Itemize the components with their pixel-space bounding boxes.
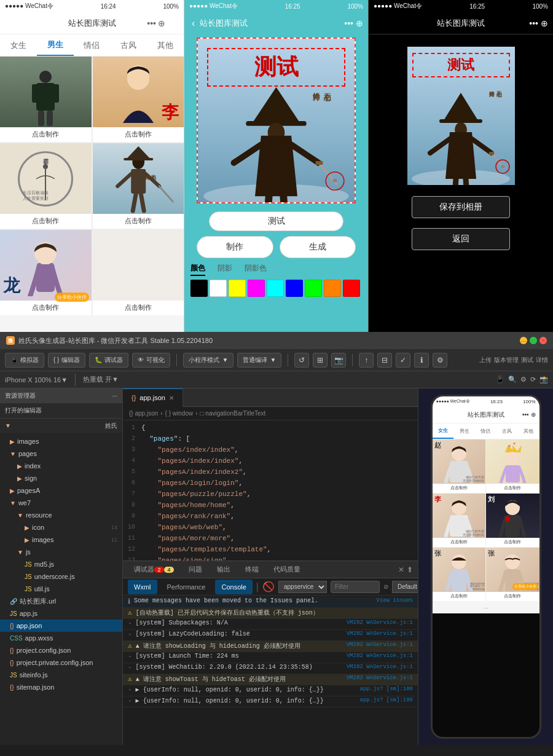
swatch-cyan[interactable] <box>267 280 284 297</box>
inner-item-1[interactable]: 赵 做自己的天使无需寻觅他的光 点击制作 <box>433 439 486 493</box>
test-btn[interactable]: ✓ <box>396 353 410 368</box>
file-images-1[interactable]: ▶ images <box>0 435 122 447</box>
inner-tab-other[interactable]: 其他 <box>518 423 539 439</box>
grid-item-3[interactable]: 霸 生活百般滋味人生需要笑对 点击制作 <box>0 143 92 229</box>
menu-icon[interactable]: ••• <box>147 18 156 28</box>
back-arrow-icon[interactable]: ‹ <box>192 18 195 29</box>
file-pagesA[interactable]: ▶ pagesA <box>0 484 122 497</box>
terminal-tab[interactable]: 终端 <box>239 562 265 577</box>
inner-tab-female[interactable]: 女生 <box>433 423 454 439</box>
swatch-yellow[interactable] <box>229 280 246 297</box>
file-url[interactable]: 🔗 站长图库.url <box>0 595 122 607</box>
issues-tab[interactable]: 问题 <box>182 562 208 577</box>
inner-item-6[interactable]: 张 做自己的天使努力成为一个强悍的女孩 点击制作 分享给小伙伴 <box>486 548 539 601</box>
phone-icon[interactable]: 📱 <box>496 376 504 384</box>
filter-input[interactable] <box>331 581 380 593</box>
simulator-btn[interactable]: 📱 模拟器 <box>5 353 44 368</box>
file-underscore[interactable]: JS underscore.js <box>0 570 122 583</box>
color-tab-color[interactable]: 颜色 <box>190 263 205 276</box>
file-appjson[interactable]: {} app.json <box>0 620 122 632</box>
console-expand-icon[interactable]: ⬆ <box>407 565 413 574</box>
file-appwxss[interactable]: CSS app.wxss <box>0 632 122 644</box>
console-clear-btn[interactable]: ⊘ <box>383 583 388 590</box>
file-icon[interactable]: ▶ icon 14 <box>0 521 122 534</box>
preview-btn[interactable]: ⊞ <box>313 353 327 368</box>
tab-female[interactable]: 女生 <box>0 34 37 56</box>
scan-icon[interactable]: ⊕ <box>158 18 165 28</box>
hotreload-toggle[interactable]: 热重载 开▼ <box>83 375 119 384</box>
performance-tab[interactable]: Performance <box>161 580 212 594</box>
compile-dropdown[interactable]: 普通编译 ▼ <box>237 353 281 368</box>
file-sitemap[interactable]: {} sitemap.json <box>0 681 122 693</box>
tab-couple[interactable]: 情侣 <box>74 34 111 56</box>
add-file-icon[interactable]: ··· <box>112 393 117 400</box>
mode-dropdown[interactable]: 小程序模式 ▼ <box>183 353 233 368</box>
make-button[interactable]: 制作 <box>197 236 273 258</box>
search-icon[interactable]: 🔍 <box>508 376 517 384</box>
grid-item-4[interactable]: 方得始终 不忘初心 点击制作 <box>93 143 184 229</box>
inner-item-4[interactable]: 刘 点击制作 <box>486 494 539 547</box>
share-badge-5[interactable]: 分享给小伙伴 <box>55 293 89 302</box>
device-selector[interactable]: iPhone X 100% 16▼ <box>5 376 68 384</box>
file-images-2[interactable]: ▶ images 11 <box>0 534 122 546</box>
file-project-config[interactable]: {} project.config.json <box>0 644 122 656</box>
root-folder[interactable]: ▼ 姓氏 <box>0 418 122 433</box>
tab-appjson[interactable]: {} app.json ✕ <box>123 388 183 407</box>
version-btn[interactable]: ⊟ <box>377 353 392 368</box>
clear-icon[interactable]: 🚫 <box>262 581 275 593</box>
file-we7[interactable]: ▼ we7 <box>0 497 122 509</box>
grid-item-1[interactable]: 点击制作 <box>0 57 92 142</box>
screenshot-btn[interactable]: 📷 <box>331 353 346 368</box>
close-button[interactable]: ✕ <box>539 337 547 344</box>
rotate-icon[interactable]: ⟳ <box>530 376 536 384</box>
file-md5[interactable]: JS md5.js <box>0 558 122 570</box>
right-scan-icon[interactable]: ⊕ <box>541 18 548 28</box>
file-index[interactable]: ▶ index <box>0 460 122 472</box>
grid-item-5[interactable]: 龙 点击制作 分享给小伙伴 <box>0 230 92 315</box>
tab-ancient[interactable]: 古风 <box>110 34 147 56</box>
file-appjs[interactable]: JS app.js <box>0 607 122 620</box>
settings-small-icon[interactable]: ⚙ <box>520 376 527 384</box>
editor-btn[interactable]: { } 编辑器 <box>48 353 85 368</box>
swatch-red[interactable] <box>343 280 360 297</box>
name-input[interactable]: 测试 <box>209 211 343 231</box>
detail-btn[interactable]: ℹ <box>414 353 429 368</box>
right-menu-icon[interactable]: ••• <box>529 18 538 28</box>
code-quality-tab[interactable]: 代码质量 <box>267 562 307 577</box>
swatch-magenta[interactable] <box>248 280 265 297</box>
generate-button[interactable]: 生成 <box>280 236 356 258</box>
file-sign[interactable]: ▶ sign <box>0 472 122 484</box>
file-pages[interactable]: ▼ pages <box>0 447 122 460</box>
inner-tab-male[interactable]: 男生 <box>453 423 475 439</box>
console-main-tab[interactable]: Console <box>215 580 252 594</box>
settings-btn[interactable]: ⚙ <box>433 353 447 368</box>
console-close-icon[interactable]: ✕ <box>398 565 404 574</box>
inner-item-5[interactable]: 张 做自己的天使努力成为一个强悍的女孩 点击制作 <box>433 548 486 601</box>
inner-tab-couple[interactable]: 情侣 <box>475 423 496 439</box>
swatch-blue[interactable] <box>286 280 303 297</box>
appservice-select[interactable]: appservice <box>278 581 327 593</box>
inner-scan-icon[interactable]: ⊕ <box>531 411 536 418</box>
mid-menu-icon[interactable]: ••• <box>344 18 353 28</box>
color-tab-shadow-color[interactable]: 阴影色 <box>245 263 267 276</box>
file-util[interactable]: JS util.js <box>0 583 122 595</box>
upload-btn[interactable]: ↑ <box>359 353 374 368</box>
grid-item-6[interactable]: 点击制作 <box>93 230 184 315</box>
tab-male[interactable]: 男生 <box>37 34 74 56</box>
wxml-tab[interactable]: Wxml <box>128 580 157 594</box>
minimize-button[interactable]: — <box>520 337 527 344</box>
visualize-btn[interactable]: 👁 可视化 <box>132 353 170 368</box>
tab-other[interactable]: 其他 <box>147 34 184 56</box>
maximize-button[interactable]: □ <box>530 337 537 344</box>
debugger-btn[interactable]: 🐛 调试器 <box>89 353 128 368</box>
level-select[interactable]: Default levels ▼ <box>392 581 418 593</box>
inner-item-2[interactable]: ♥ ♥ 点击制作 <box>486 439 539 493</box>
color-tab-shadow[interactable]: 阴影 <box>218 263 232 276</box>
inner-tab-ancient[interactable]: 古风 <box>496 423 518 439</box>
tab-close-icon[interactable]: ✕ <box>169 395 174 401</box>
output-tab[interactable]: 输出 <box>211 562 237 577</box>
inner-item-3[interactable]: 李 做自己的天使无需寻觅他的光 点击制作 <box>433 494 486 547</box>
capture-icon[interactable]: 📸 <box>539 376 548 384</box>
file-resource[interactable]: ▼ resource <box>0 509 122 521</box>
view-issues-link[interactable]: View issues <box>377 597 413 604</box>
